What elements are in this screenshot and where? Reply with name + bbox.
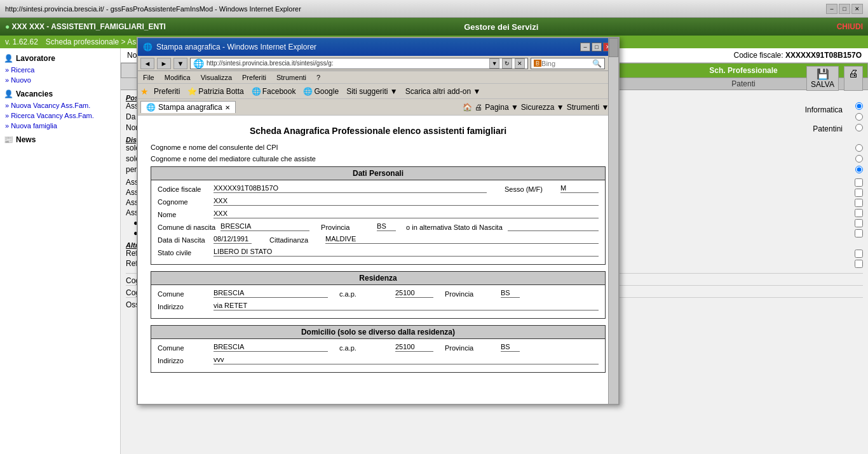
- res-indirizzo-value: via RETET: [214, 302, 599, 310]
- data-nascita-label: Data di Nascita: [158, 236, 208, 244]
- popup-fav-addon[interactable]: Scarica altri add-on ▼: [403, 86, 484, 97]
- comune-nascita-label: Comune di nascita: [158, 224, 215, 231]
- popup-minimize-button[interactable]: –: [580, 43, 590, 51]
- dati-personali-header: Dati Personali: [151, 167, 605, 180]
- codice-fiscale-section: Codice fiscale: XXXXXX91T08B157O: [734, 51, 862, 60]
- popup-menu-file[interactable]: File: [140, 73, 157, 82]
- popup-menu-strumenti[interactable]: Strumenti: [274, 73, 309, 82]
- popup-search-icon[interactable]: 🔍: [592, 59, 602, 68]
- popup-fav-google[interactable]: 🌐 Google: [301, 86, 341, 97]
- sidebar-item-nuova-vacancy[interactable]: » Nuova Vacancy Ass.Fam.: [0, 100, 120, 110]
- popup-fav-patrizia[interactable]: ⭐ Patrizia Botta: [185, 86, 246, 97]
- browser-titlebar: http://sintesi.provincia.brescia.it/ - g…: [0, 0, 868, 18]
- assist-cb-2[interactable]: [855, 199, 863, 207]
- sidebar-item-ricerca-vacancy[interactable]: » Ricerca Vacancy Ass.Fam.: [0, 110, 120, 121]
- browser-win-controls[interactable]: – □ ✕: [826, 4, 863, 14]
- popup-scrollbar[interactable]: [608, 116, 618, 404]
- right-labels: Informatica Patentini: [805, 105, 843, 133]
- popup-menu-modifica[interactable]: Modifica: [162, 73, 193, 82]
- alzheimer-cb[interactable]: [855, 229, 863, 237]
- fav-icon-google: 🌐: [303, 87, 313, 96]
- popup-title: Stampa anagrafica - Windows Internet Exp…: [156, 43, 316, 51]
- popup-tool-print[interactable]: 🖨: [475, 103, 482, 112]
- res-cap-value: 25100: [395, 289, 433, 298]
- browser-maximize-button[interactable]: □: [839, 4, 850, 14]
- disp-radio-1[interactable]: [855, 155, 863, 163]
- ref-doc-cb[interactable]: [855, 250, 863, 258]
- dom-prov-label: Provincia: [445, 344, 496, 352]
- stato-nascita-label: o in alternativa Stato di Nascita: [406, 224, 503, 231]
- popup-search-input[interactable]: [541, 60, 592, 67]
- sidebar-section-news: 📰 News: [0, 132, 120, 147]
- dom-comune-value: BRESCIA: [214, 343, 328, 352]
- popup-go-button[interactable]: ▼: [489, 58, 499, 69]
- popup-refresh-button[interactable]: ↻: [502, 58, 512, 69]
- residenza-body: Comune BRESCIA c.a.p. 25100 Provincia BS…: [151, 285, 605, 318]
- provincia-nascita-value: BS: [377, 222, 396, 231]
- doc-mediatore-label: Cognome e nome del mediatore culturale c…: [151, 155, 606, 163]
- pos-radio-0[interactable]: [855, 102, 863, 110]
- sidebar-section-vacancies: 👤 Vacancies » Nuova Vacancy Ass.Fam. » R…: [0, 86, 120, 132]
- popup-menu-preferiti[interactable]: Preferiti: [240, 73, 269, 82]
- save-print-toolbar: 💾 SALVA 🖨: [806, 66, 863, 91]
- popup-tool-security[interactable]: Sicurezza ▼: [521, 103, 564, 112]
- popup-titlebar: 🌐 Stampa anagrafica - Windows Internet E…: [138, 38, 618, 56]
- popup-fav-label[interactable]: Preferiti: [151, 86, 182, 97]
- domicilio-section: Domicilio (solo se diverso dalla residen…: [151, 325, 606, 373]
- popup-content-area: Scheda Anagrafica Professionale elenco a…: [138, 116, 618, 404]
- doc-row-res-comune: Comune BRESCIA c.a.p. 25100 Provincia BS: [158, 289, 599, 298]
- assist-cb-3[interactable]: [855, 209, 863, 217]
- doc-row-cf: Codice fiscale XXXXX91T08B157O Sesso (M/…: [158, 184, 599, 193]
- popup-inner-tab[interactable]: 🌐 Stampa anagrafica ✕: [140, 101, 236, 113]
- browser-close-button[interactable]: ✕: [851, 4, 863, 14]
- residenza-section: Residenza Comune BRESCIA c.a.p. 25100 Pr…: [151, 271, 606, 319]
- doc-row-dom-indirizzo: Indirizzo vvv: [158, 356, 599, 364]
- assist-cb-1[interactable]: [855, 189, 863, 197]
- nome-label: Nome: [158, 211, 208, 218]
- popup-forward-button[interactable]: ►: [157, 58, 171, 69]
- sidebar-section-lavoratore: 👤 Lavoratore » Ricerca » Nuovo: [0, 51, 120, 86]
- popup-document: Scheda Anagrafica Professionale elenco a…: [138, 116, 618, 404]
- cf-label: Codice fiscale: [158, 185, 208, 193]
- res-indirizzo-label: Indirizzo: [158, 303, 208, 310]
- assist-cb-0[interactable]: [855, 178, 863, 187]
- parkinson-cb[interactable]: [855, 219, 863, 227]
- dom-prov-value: BS: [501, 343, 520, 352]
- popup-menubar: File Modifica Visualizza Preferiti Strum…: [138, 71, 618, 84]
- popup-maximize-button[interactable]: □: [592, 43, 602, 51]
- fav-star-icon: ★: [140, 86, 149, 97]
- dom-cap-value: 25100: [395, 343, 433, 352]
- popup-back-button[interactable]: ◄: [140, 58, 154, 69]
- popup-tool-home[interactable]: 🏠: [463, 103, 472, 112]
- popup-fav-siti[interactable]: Siti suggeriti ▼: [344, 86, 400, 97]
- pos-radio-2[interactable]: [855, 124, 863, 131]
- doc-row-nascita: Data di Nascita 08/12/1991 Cittadinanza …: [158, 235, 599, 244]
- sidebar-item-nuova-famiglia[interactable]: » Nuova famiglia: [0, 121, 120, 131]
- popup-tool-strumenti[interactable]: Strumenti ▼: [567, 103, 609, 112]
- stato-civile-value: LIBERO DI STATO: [214, 248, 599, 257]
- popup-dropdown-button[interactable]: ▼: [173, 58, 187, 69]
- save-button[interactable]: 💾 SALVA: [806, 66, 839, 91]
- sidebar-item-lavoratore: 👤 Lavoratore: [0, 52, 120, 65]
- sidebar-item-nuovo[interactable]: » Nuovo: [0, 75, 120, 85]
- app-container: ● XXX XXX - ASSISTENTI_FAMIGLIARI_ENTI G…: [0, 18, 868, 454]
- dati-personali-section: Dati Personali Codice fiscale XXXXX91T08…: [151, 166, 606, 265]
- cognome-label: Cognome: [158, 198, 208, 206]
- dati-personali-body: Codice fiscale XXXXX91T08B157O Sesso (M/…: [151, 180, 605, 264]
- popup-stop-button[interactable]: ✕: [515, 58, 525, 69]
- disp-radio-0[interactable]: [855, 144, 863, 152]
- print-button[interactable]: 🖨: [844, 66, 863, 91]
- browser-minimize-button[interactable]: –: [826, 4, 837, 14]
- popup-menu-visualizza[interactable]: Visualizza: [198, 73, 234, 82]
- close-button[interactable]: CHIUDI: [837, 22, 863, 31]
- ref-doc2-cb[interactable]: [855, 260, 863, 268]
- popup-inner-tab-close[interactable]: ✕: [225, 104, 230, 111]
- popup-tool-page[interactable]: Pagina ▼: [485, 103, 519, 112]
- popup-menu-help[interactable]: ?: [314, 73, 323, 82]
- disp-radio-2[interactable]: [855, 166, 863, 173]
- sidebar-item-ricerca[interactable]: » Ricerca: [0, 65, 120, 75]
- popup-fav-facebook[interactable]: 🌐 Facebook: [249, 86, 299, 97]
- doc-row-comune-nascita: Comune di nascita BRESCIA Provincia BS o…: [158, 222, 599, 231]
- doc-title: Scheda Anagrafica Professionale elenco a…: [151, 126, 606, 136]
- pos-radio-1[interactable]: [855, 113, 863, 121]
